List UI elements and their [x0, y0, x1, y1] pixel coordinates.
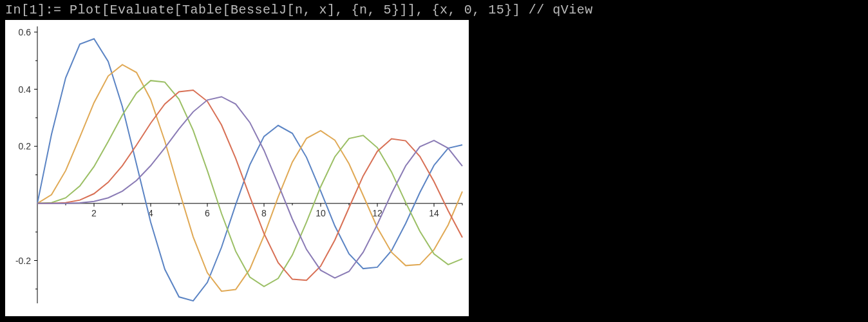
prompt-prefix: In[1]:=: [5, 3, 62, 17]
plot-output: 2468101214-0.20.20.40.6: [5, 20, 469, 316]
x-tick-label: 10: [316, 208, 326, 218]
y-tick-label: 0.6: [19, 27, 32, 37]
chart-svg: 2468101214-0.20.20.40.6: [5, 20, 469, 316]
y-tick-label: 0.2: [19, 141, 32, 151]
input-prompt-line: In[1]:= Plot[Evaluate[Table[BesselJ[n, x…: [0, 0, 868, 20]
prompt-code: Plot[Evaluate[Table[BesselJ[n, x], {n, 5…: [70, 3, 593, 17]
x-tick-label: 8: [261, 208, 267, 218]
x-tick-label: 2: [91, 208, 97, 218]
y-tick-label: 0.4: [19, 84, 32, 95]
x-tick-label: 14: [429, 208, 439, 218]
series-1: [37, 39, 462, 301]
series-2: [37, 64, 462, 291]
series-3: [37, 80, 462, 287]
series-4: [37, 90, 462, 280]
y-tick-label: -0.2: [15, 256, 31, 266]
x-tick-label: 6: [205, 208, 210, 218]
